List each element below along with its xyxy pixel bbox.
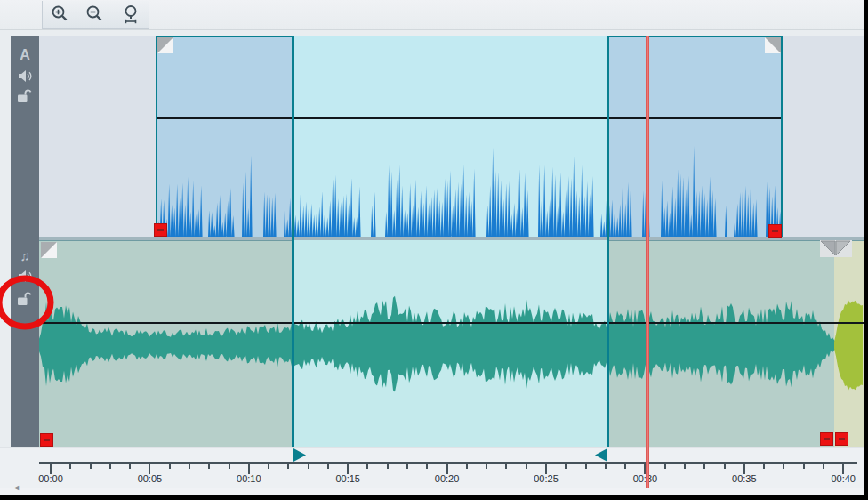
- ruler-tick: [229, 464, 230, 469]
- crossfade-handle[interactable]: [820, 240, 852, 257]
- envelope-marker[interactable]: [40, 433, 53, 447]
- ruler-tick: [486, 464, 487, 469]
- selection-end-marker[interactable]: [593, 448, 607, 462]
- scroll-left-arrow-icon[interactable]: ◄: [12, 483, 20, 492]
- ruler-tick: [605, 464, 607, 469]
- ruler-tick-label: 00:35: [732, 473, 757, 484]
- ruler-tick: [526, 464, 527, 469]
- selection-start-line[interactable]: [292, 36, 294, 447]
- envelope-marker[interactable]: [835, 432, 848, 446]
- window-edge: [0, 495, 868, 500]
- speaker-icon[interactable]: [18, 270, 33, 283]
- lock-open-icon[interactable]: [17, 89, 33, 103]
- ruler-tick-label: 00:40: [831, 473, 856, 484]
- zoom-toolbar-group: [42, 1, 149, 29]
- selection-end-line[interactable]: [607, 36, 609, 447]
- track-a-type-badge: A: [20, 48, 30, 62]
- ruler-tick: [129, 464, 131, 469]
- ruler-tick: [109, 464, 111, 469]
- ruler-tick: [366, 464, 368, 469]
- fade-in-handle[interactable]: [41, 242, 57, 258]
- track-a-volume-envelope[interactable]: [157, 117, 781, 119]
- ruler-tick: [565, 464, 567, 469]
- track-a-waveform: [157, 37, 781, 237]
- ruler-tick: [703, 464, 705, 469]
- ruler-tick: [585, 464, 587, 469]
- zoom-out-button[interactable]: [83, 3, 108, 28]
- ruler-tick: [724, 464, 726, 469]
- selection-start-marker[interactable]: [293, 448, 308, 462]
- envelope-marker[interactable]: [154, 223, 167, 237]
- ruler-tick: [406, 464, 408, 469]
- zoom-in-button[interactable]: [48, 3, 73, 28]
- zoom-to-selection-button[interactable]: [118, 3, 143, 28]
- ruler-tick: [505, 464, 507, 469]
- fade-out-handle[interactable]: [765, 37, 781, 53]
- music-note-icon: ♫: [20, 249, 29, 262]
- ruler-tick: [783, 464, 784, 469]
- playhead-cursor[interactable]: [646, 36, 649, 488]
- audio-editor-window: A ♫: [0, 0, 868, 500]
- envelope-marker[interactable]: [820, 432, 833, 446]
- ruler-tick-label: 00:10: [237, 473, 261, 484]
- ruler-tick-label: 00:15: [335, 473, 360, 484]
- ruler-baseline: [39, 462, 857, 464]
- ruler-tick: [90, 464, 92, 469]
- ruler-tick: [803, 464, 805, 469]
- ruler-tick: [69, 464, 71, 469]
- track-b-clip2-waveform: [834, 240, 864, 447]
- envelope-marker[interactable]: [768, 224, 782, 238]
- track-b-header: ♫: [11, 249, 39, 312]
- ruler-tick: [466, 464, 468, 469]
- fade-in-handle[interactable]: [157, 37, 173, 53]
- track-b-volume-envelope[interactable]: [39, 322, 864, 324]
- ruler-tick: [327, 464, 329, 469]
- ruler-tick: [684, 464, 686, 469]
- speaker-icon[interactable]: [18, 69, 33, 83]
- ruler-tick: [763, 464, 765, 469]
- ruler-tick: [287, 464, 289, 469]
- magnifier-minus-icon: [84, 4, 106, 26]
- ruler-tick: [208, 464, 210, 469]
- toolbar: [0, 0, 868, 30]
- ruler-tick-label: 00:25: [534, 473, 559, 484]
- track-a-header: A: [11, 48, 39, 109]
- ruler-tick: [268, 464, 269, 469]
- track-headers-sidebar: A ♫: [11, 36, 39, 447]
- ruler-tick: [664, 464, 666, 469]
- ruler-tick-label: 00:20: [435, 473, 460, 484]
- ruler-tick: [624, 464, 626, 469]
- magnifier-selection-icon: [120, 4, 141, 26]
- window-edge: [864, 0, 868, 500]
- ruler-tick: [387, 464, 389, 469]
- ruler-tick: [189, 464, 190, 469]
- ruler-tick: [308, 464, 309, 469]
- ruler-tick: [169, 464, 171, 469]
- horizontal-scrollbar[interactable]: [0, 488, 868, 495]
- ruler-tick: [823, 464, 824, 469]
- ruler-tick-label: 00:00: [38, 473, 63, 484]
- ruler-tick-label: 00:05: [138, 473, 163, 484]
- track-b-waveform: [39, 240, 836, 447]
- lock-open-icon[interactable]: [17, 292, 33, 306]
- magnifier-plus-icon: [50, 4, 71, 26]
- ruler-tick: [426, 464, 428, 469]
